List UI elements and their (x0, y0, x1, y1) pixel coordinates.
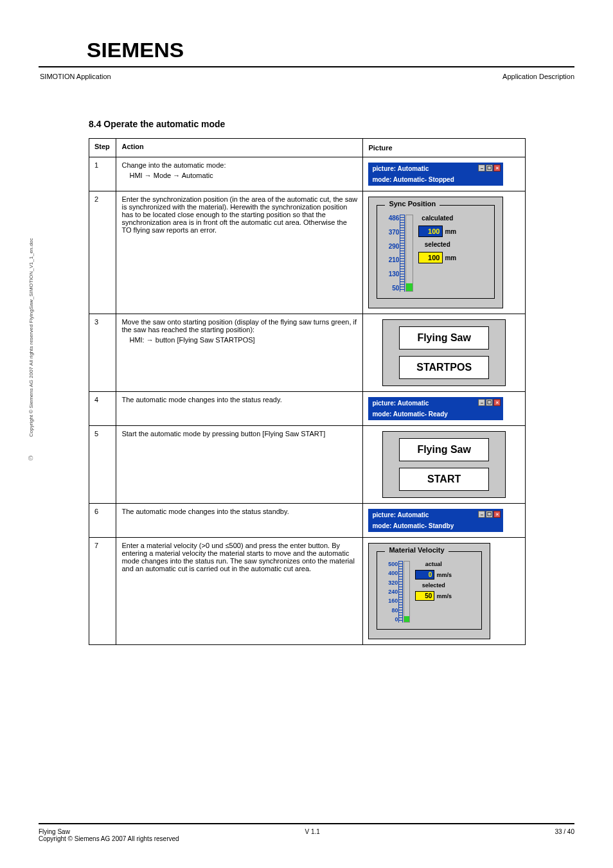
gauge-bar-fill (406, 283, 413, 291)
startpos-button[interactable]: STARTPOS (399, 356, 489, 379)
readout-value-calculated: 100 mm (418, 226, 456, 237)
picture-cell: picture: Automatic – ☐ × mode: Automatic… (363, 157, 526, 191)
readout-label: actual (415, 561, 452, 567)
start-button[interactable]: START (399, 468, 489, 491)
readout-value-selected[interactable]: 100 mm (418, 252, 456, 263)
material-velocity-panel: Material Velocity 500 400 320 240 160 (368, 543, 490, 639)
readout-number: 0 (415, 570, 434, 580)
readout-label: selected (418, 241, 456, 248)
sync-position-frame: Sync Position 486 370 290 210 130 (377, 205, 495, 299)
header-row: SIMOTION Application Application Descrip… (40, 73, 574, 80)
close-icon[interactable]: × (493, 511, 501, 518)
footer-rule (39, 823, 574, 824)
maximize-icon[interactable]: ☐ (486, 511, 493, 518)
readout-number: 100 (418, 226, 443, 237)
action-cell: Enter a material velocity (>0 und ≤500) … (116, 538, 363, 645)
sync-position-panel: Sync Position 486 370 290 210 130 (368, 197, 503, 308)
readout-unit: mm/s (436, 593, 452, 599)
gauge-readouts: calculated 100 mm selected 100 mm (418, 215, 456, 263)
close-icon[interactable]: × (493, 399, 501, 406)
picture-cell: picture: Automatic – ☐ × mode: Automatic… (363, 392, 526, 426)
maximize-icon[interactable]: ☐ (486, 399, 493, 406)
window-icons: – ☐ × (478, 164, 501, 172)
window-header-line1: picture: Automatic (372, 165, 429, 172)
tick-label: 320 (381, 580, 398, 586)
table-row: 6 The automatic mode changes into the st… (89, 504, 526, 538)
readout-label: selected (415, 582, 452, 589)
step-number: 2 (89, 191, 116, 314)
tick-label: 130 (381, 270, 399, 278)
close-icon[interactable]: × (493, 164, 501, 172)
material-velocity-legend: Material Velocity (385, 546, 448, 554)
action-cell: Start the automatic mode by pressing but… (116, 426, 363, 504)
tick-label: 50 (381, 285, 399, 292)
table-row: 2 Enter the synchronization position (in… (89, 191, 526, 314)
header-right: Application Description (502, 73, 574, 80)
step-number: 5 (89, 426, 116, 504)
gauge-row: 500 400 320 240 160 80 0 (381, 561, 477, 623)
section-title: 8.4 Operate the automatic mode (89, 119, 574, 129)
readout-unit: mm (445, 228, 456, 235)
readout-number[interactable]: 100 (418, 252, 443, 263)
gauge-bar (405, 215, 413, 292)
readout-value-actual: 0 mm/s (415, 570, 452, 580)
operate-table: Step Action Picture 1 Change into the au… (89, 138, 526, 645)
picture-cell: Flying Saw START (363, 426, 526, 504)
picture-cell: Sync Position 486 370 290 210 130 (363, 191, 526, 314)
gauge-col: 500 400 320 240 160 80 0 (381, 561, 410, 623)
picture-cell: Material Velocity 500 400 320 240 160 (363, 538, 526, 645)
readout-number[interactable]: 50 (415, 591, 434, 601)
minimize-icon[interactable]: – (478, 511, 485, 518)
window-header-line2: mode: Automatic- Stopped (368, 175, 503, 186)
readout-unit: mm/s (436, 572, 452, 578)
action-cell: The automatic mode changes into the stat… (116, 392, 363, 426)
action-cell: The automatic mode changes into the stat… (116, 504, 363, 538)
page-footer: Flying Saw V 1.1 33 / 40 Copyright © Sie… (39, 823, 574, 842)
table-row: 4 The automatic mode changes into the st… (89, 392, 526, 426)
action-text: Change into the automatic mode: (121, 161, 357, 169)
readout-value-selected[interactable]: 50 mm/s (415, 591, 452, 601)
action-cell: Enter the synchronization position (in t… (116, 191, 363, 314)
gauge-bar-fill (404, 616, 409, 622)
step-number: 4 (89, 392, 116, 426)
col-step-header: Step (89, 139, 116, 157)
tick-label: 160 (381, 598, 398, 604)
gauge-ticks: 500 400 320 240 160 80 0 (381, 561, 398, 623)
startpos-button-panel: Flying Saw STARTPOS (382, 319, 506, 386)
window-header-line1: picture: Automatic (372, 511, 429, 518)
gauge-readouts: actual 0 mm/s selected 50 mm/s (415, 561, 452, 601)
tick-label: 500 (381, 561, 398, 567)
col-action-header: Action (116, 139, 363, 157)
footer-row1: Flying Saw V 1.1 33 / 40 (39, 828, 574, 835)
gauge-tickmarks (398, 561, 403, 623)
header-left: SIMOTION Application (40, 73, 502, 80)
action-text: The automatic mode changes into the stat… (121, 396, 357, 403)
action-text: Start the automatic mode by pressing but… (121, 430, 357, 438)
table-row: 5 Start the automatic mode by pressing b… (89, 426, 526, 504)
maximize-icon[interactable]: ☐ (486, 164, 493, 172)
tick-label: 240 (381, 589, 398, 595)
action-text: Move the saw onto starting position (dis… (121, 318, 357, 333)
window-header-line1: picture: Automatic (372, 400, 429, 407)
window-icons: – ☐ × (478, 399, 501, 406)
action-subtext: HMI: → button [Flying Saw STARTPOS] (129, 336, 357, 344)
copyright-icon: © (28, 455, 33, 462)
minimize-icon[interactable]: – (478, 399, 485, 406)
sync-position-legend: Sync Position (385, 200, 440, 208)
step-number: 1 (89, 157, 116, 191)
action-text: Enter a material velocity (>0 und ≤500) … (121, 542, 357, 572)
tick-label: 210 (381, 256, 399, 263)
brand-logo: SIEMENS (87, 39, 599, 62)
minimize-icon[interactable]: – (478, 164, 485, 172)
header-rule (39, 66, 574, 67)
action-text: The automatic mode changes into the stat… (121, 508, 357, 515)
material-velocity-frame: Material Velocity 500 400 320 240 160 (377, 551, 482, 630)
action-cell: Change into the automatic mode: HMI → Mo… (116, 157, 363, 191)
footer-right: 33 / 40 (555, 828, 574, 835)
window-icons: – ☐ × (478, 511, 501, 518)
readout-unit: mm (445, 254, 456, 261)
table-row: 7 Enter a material velocity (>0 und ≤500… (89, 538, 526, 645)
window-header-line2: mode: Automatic- Ready (368, 409, 503, 420)
col-picture-header: Picture (363, 139, 526, 157)
panel-title: Flying Saw (399, 438, 489, 461)
